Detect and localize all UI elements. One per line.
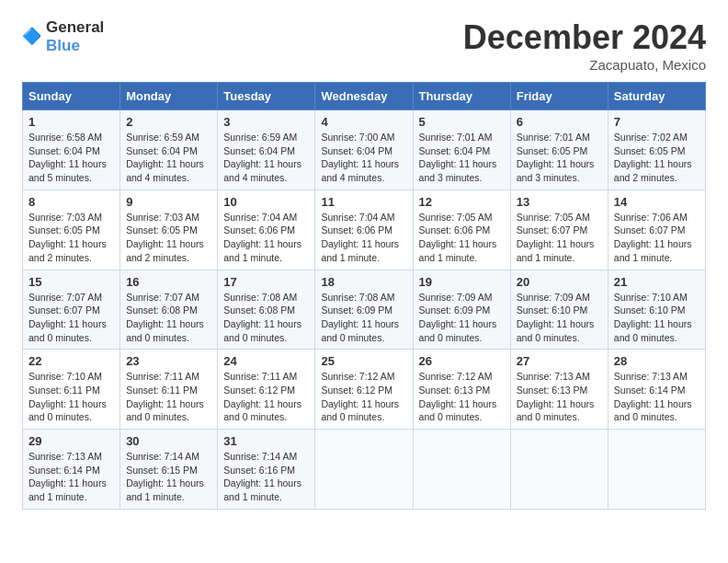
calendar-cell: 26Sunrise: 7:12 AM Sunset: 6:13 PM Dayli… (413, 350, 510, 430)
header-cell-saturday: Saturday (608, 83, 705, 110)
calendar-cell: 16Sunrise: 7:07 AM Sunset: 6:08 PM Dayli… (120, 270, 218, 350)
logo-icon: 🔷 (22, 27, 42, 47)
cell-info: Sunrise: 7:03 AM Sunset: 6:05 PM Dayligh… (126, 211, 211, 265)
day-number: 16 (126, 275, 211, 289)
day-number: 30 (126, 434, 211, 448)
day-number: 26 (419, 354, 505, 368)
calendar-cell: 29Sunrise: 7:13 AM Sunset: 6:14 PM Dayli… (23, 430, 120, 510)
day-number: 29 (28, 434, 114, 448)
day-number: 7 (614, 115, 700, 129)
day-number: 18 (321, 275, 406, 289)
logo-blue: Blue (46, 37, 80, 54)
calendar-cell: 12Sunrise: 7:05 AM Sunset: 6:06 PM Dayli… (413, 190, 510, 270)
cell-info: Sunrise: 7:05 AM Sunset: 6:06 PM Dayligh… (419, 211, 505, 265)
day-number: 4 (321, 115, 406, 129)
calendar-cell: 10Sunrise: 7:04 AM Sunset: 6:06 PM Dayli… (218, 190, 315, 270)
logo: 🔷 General Blue (22, 18, 104, 55)
calendar-table: SundayMondayTuesdayWednesdayThursdayFrid… (22, 82, 706, 510)
calendar-cell: 20Sunrise: 7:09 AM Sunset: 6:10 PM Dayli… (510, 270, 608, 350)
calendar-cell: 28Sunrise: 7:13 AM Sunset: 6:14 PM Dayli… (608, 350, 705, 430)
header-cell-monday: Monday (120, 83, 218, 110)
day-number: 2 (126, 115, 211, 129)
day-number: 1 (28, 115, 114, 129)
day-number: 17 (223, 275, 309, 289)
cell-info: Sunrise: 7:14 AM Sunset: 6:15 PM Dayligh… (126, 450, 211, 504)
day-number: 12 (419, 195, 505, 209)
calendar-cell: 7Sunrise: 7:02 AM Sunset: 6:05 PM Daylig… (608, 110, 705, 190)
day-number: 21 (614, 275, 700, 289)
cell-info: Sunrise: 7:13 AM Sunset: 6:13 PM Dayligh… (517, 370, 602, 424)
calendar-cell: 18Sunrise: 7:08 AM Sunset: 6:09 PM Dayli… (315, 270, 413, 350)
week-row-2: 8Sunrise: 7:03 AM Sunset: 6:05 PM Daylig… (23, 190, 706, 270)
day-number: 15 (28, 275, 114, 289)
calendar-cell: 11Sunrise: 7:04 AM Sunset: 6:06 PM Dayli… (315, 190, 413, 270)
header-cell-wednesday: Wednesday (315, 83, 413, 110)
cell-info: Sunrise: 7:00 AM Sunset: 6:04 PM Dayligh… (321, 131, 406, 185)
cell-info: Sunrise: 7:09 AM Sunset: 6:10 PM Dayligh… (517, 291, 602, 345)
calendar-cell: 13Sunrise: 7:05 AM Sunset: 6:07 PM Dayli… (510, 190, 608, 270)
day-number: 9 (126, 195, 211, 209)
calendar-cell: 22Sunrise: 7:10 AM Sunset: 6:11 PM Dayli… (23, 350, 120, 430)
cell-info: Sunrise: 7:01 AM Sunset: 6:05 PM Dayligh… (517, 131, 602, 185)
logo-text: General Blue (46, 18, 104, 55)
cell-info: Sunrise: 7:11 AM Sunset: 6:11 PM Dayligh… (126, 370, 211, 424)
month-title: December 2024 (463, 18, 706, 57)
cell-info: Sunrise: 7:13 AM Sunset: 6:14 PM Dayligh… (614, 370, 700, 424)
logo-general: General (46, 18, 104, 36)
week-row-3: 15Sunrise: 7:07 AM Sunset: 6:07 PM Dayli… (23, 270, 706, 350)
cell-info: Sunrise: 6:59 AM Sunset: 6:04 PM Dayligh… (126, 131, 211, 185)
cell-info: Sunrise: 7:13 AM Sunset: 6:14 PM Dayligh… (28, 450, 114, 504)
cell-info: Sunrise: 7:10 AM Sunset: 6:11 PM Dayligh… (28, 370, 114, 424)
page-header: 🔷 General Blue December 2024 Zacapuato, … (22, 18, 706, 73)
day-number: 13 (517, 195, 602, 209)
calendar-cell: 14Sunrise: 7:06 AM Sunset: 6:07 PM Dayli… (608, 190, 705, 270)
day-number: 10 (223, 195, 309, 209)
svg-text:🔷: 🔷 (22, 27, 42, 46)
calendar-cell: 8Sunrise: 7:03 AM Sunset: 6:05 PM Daylig… (23, 190, 120, 270)
header-cell-sunday: Sunday (23, 83, 120, 110)
calendar-cell: 17Sunrise: 7:08 AM Sunset: 6:08 PM Dayli… (218, 270, 315, 350)
cell-info: Sunrise: 7:02 AM Sunset: 6:05 PM Dayligh… (614, 131, 700, 185)
calendar-cell: 30Sunrise: 7:14 AM Sunset: 6:15 PM Dayli… (120, 430, 218, 510)
day-number: 5 (419, 115, 505, 129)
calendar-cell: 23Sunrise: 7:11 AM Sunset: 6:11 PM Dayli… (120, 350, 218, 430)
calendar-cell: 19Sunrise: 7:09 AM Sunset: 6:09 PM Dayli… (413, 270, 510, 350)
day-number: 28 (614, 354, 700, 368)
day-number: 19 (419, 275, 505, 289)
cell-info: Sunrise: 7:11 AM Sunset: 6:12 PM Dayligh… (223, 370, 309, 424)
calendar-cell: 27Sunrise: 7:13 AM Sunset: 6:13 PM Dayli… (510, 350, 608, 430)
cell-info: Sunrise: 7:04 AM Sunset: 6:06 PM Dayligh… (223, 211, 309, 265)
cell-info: Sunrise: 7:07 AM Sunset: 6:07 PM Dayligh… (28, 291, 114, 345)
cell-info: Sunrise: 7:08 AM Sunset: 6:08 PM Dayligh… (223, 291, 309, 345)
calendar-cell: 15Sunrise: 7:07 AM Sunset: 6:07 PM Dayli… (23, 270, 120, 350)
week-row-5: 29Sunrise: 7:13 AM Sunset: 6:14 PM Dayli… (23, 430, 706, 510)
cell-info: Sunrise: 7:09 AM Sunset: 6:09 PM Dayligh… (419, 291, 505, 345)
day-number: 6 (517, 115, 602, 129)
cell-info: Sunrise: 7:01 AM Sunset: 6:04 PM Dayligh… (419, 131, 505, 185)
day-number: 27 (517, 354, 602, 368)
calendar-cell (413, 430, 510, 510)
day-number: 3 (223, 115, 309, 129)
header-cell-friday: Friday (510, 83, 608, 110)
cell-info: Sunrise: 6:58 AM Sunset: 6:04 PM Dayligh… (28, 131, 114, 185)
day-number: 11 (321, 195, 406, 209)
header-cell-tuesday: Tuesday (218, 83, 315, 110)
day-number: 14 (614, 195, 700, 209)
day-number: 23 (126, 354, 211, 368)
day-number: 20 (517, 275, 602, 289)
cell-info: Sunrise: 7:12 AM Sunset: 6:12 PM Dayligh… (321, 370, 406, 424)
header-row: SundayMondayTuesdayWednesdayThursdayFrid… (23, 83, 706, 110)
calendar-cell: 3Sunrise: 6:59 AM Sunset: 6:04 PM Daylig… (218, 110, 315, 190)
cell-info: Sunrise: 7:04 AM Sunset: 6:06 PM Dayligh… (321, 211, 406, 265)
calendar-cell: 21Sunrise: 7:10 AM Sunset: 6:10 PM Dayli… (608, 270, 705, 350)
week-row-4: 22Sunrise: 7:10 AM Sunset: 6:11 PM Dayli… (23, 350, 706, 430)
cell-info: Sunrise: 7:10 AM Sunset: 6:10 PM Dayligh… (614, 291, 700, 345)
calendar-cell (608, 430, 705, 510)
cell-info: Sunrise: 7:08 AM Sunset: 6:09 PM Dayligh… (321, 291, 406, 345)
calendar-cell: 31Sunrise: 7:14 AM Sunset: 6:16 PM Dayli… (218, 430, 315, 510)
day-number: 24 (223, 354, 309, 368)
cell-info: Sunrise: 7:05 AM Sunset: 6:07 PM Dayligh… (517, 211, 602, 265)
header-cell-thursday: Thursday (413, 83, 510, 110)
calendar-cell: 1Sunrise: 6:58 AM Sunset: 6:04 PM Daylig… (23, 110, 120, 190)
calendar-cell: 5Sunrise: 7:01 AM Sunset: 6:04 PM Daylig… (413, 110, 510, 190)
